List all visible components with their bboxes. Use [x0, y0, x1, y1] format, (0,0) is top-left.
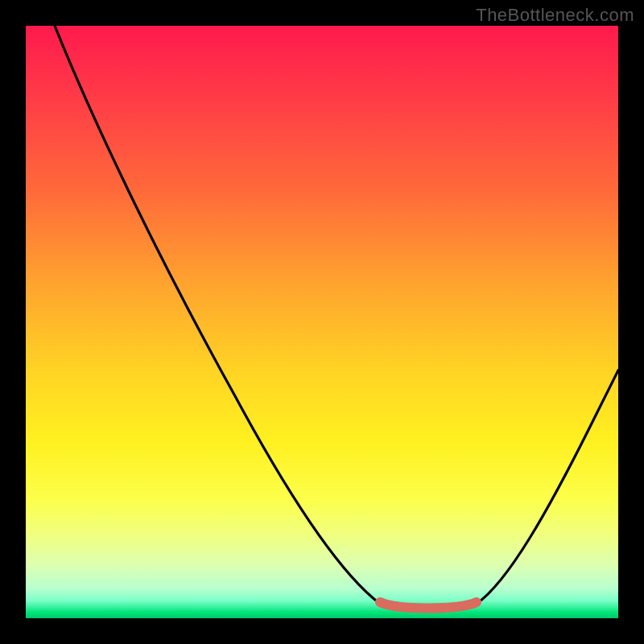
- plot-area: [26, 26, 618, 618]
- curve-layer: [26, 26, 618, 618]
- chart-frame: TheBottleneck.com: [0, 0, 644, 644]
- optimal-range-highlight: [380, 602, 477, 609]
- bottleneck-curve-right: [477, 370, 618, 604]
- bottleneck-curve-left: [55, 26, 380, 604]
- watermark-label: TheBottleneck.com: [476, 5, 634, 26]
